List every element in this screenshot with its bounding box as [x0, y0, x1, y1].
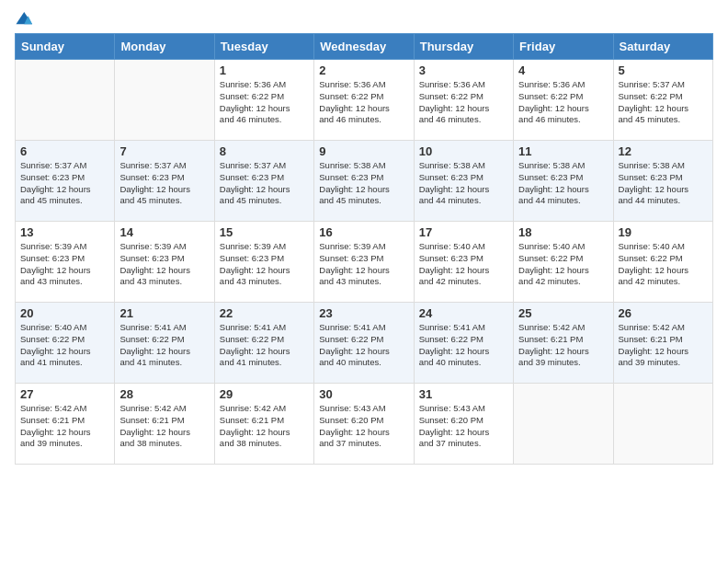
calendar-cell: 14Sunrise: 5:39 AM Sunset: 6:23 PM Dayli…: [115, 222, 214, 303]
day-info: Sunrise: 5:38 AM Sunset: 6:23 PM Dayligh…: [518, 160, 608, 207]
calendar-cell: 28Sunrise: 5:42 AM Sunset: 6:21 PM Dayli…: [115, 384, 214, 465]
calendar-week-row: 6Sunrise: 5:37 AM Sunset: 6:23 PM Daylig…: [16, 141, 713, 222]
calendar-cell: 20Sunrise: 5:40 AM Sunset: 6:22 PM Dayli…: [16, 303, 115, 384]
day-header-thursday: Thursday: [414, 34, 513, 60]
day-info: Sunrise: 5:41 AM Sunset: 6:22 PM Dayligh…: [119, 322, 209, 369]
calendar-cell: 4Sunrise: 5:36 AM Sunset: 6:22 PM Daylig…: [514, 60, 613, 141]
calendar-table: SundayMondayTuesdayWednesdayThursdayFrid…: [15, 33, 713, 465]
calendar-cell: 10Sunrise: 5:38 AM Sunset: 6:23 PM Dayli…: [414, 141, 513, 222]
day-number: 2: [319, 63, 408, 77]
day-number: 3: [419, 63, 508, 77]
day-info: Sunrise: 5:42 AM Sunset: 6:21 PM Dayligh…: [518, 322, 608, 369]
day-header-saturday: Saturday: [613, 34, 712, 60]
day-info: Sunrise: 5:40 AM Sunset: 6:22 PM Dayligh…: [619, 241, 708, 288]
logo: [15, 9, 39, 29]
day-info: Sunrise: 5:38 AM Sunset: 6:23 PM Dayligh…: [319, 160, 408, 207]
day-number: 12: [619, 144, 708, 158]
day-info: Sunrise: 5:41 AM Sunset: 6:22 PM Dayligh…: [319, 322, 408, 369]
day-number: 9: [319, 144, 408, 158]
day-info: Sunrise: 5:42 AM Sunset: 6:21 PM Dayligh…: [220, 403, 309, 450]
calendar-cell: 26Sunrise: 5:42 AM Sunset: 6:21 PM Dayli…: [613, 303, 712, 384]
day-header-wednesday: Wednesday: [314, 34, 414, 60]
day-number: 16: [319, 225, 408, 239]
calendar-cell: 24Sunrise: 5:41 AM Sunset: 6:22 PM Dayli…: [414, 303, 513, 384]
day-header-tuesday: Tuesday: [214, 34, 313, 60]
day-number: 21: [119, 306, 209, 320]
calendar-cell: 23Sunrise: 5:41 AM Sunset: 6:22 PM Dayli…: [314, 303, 414, 384]
calendar-cell: 21Sunrise: 5:41 AM Sunset: 6:22 PM Dayli…: [115, 303, 214, 384]
day-number: 30: [319, 387, 408, 401]
calendar-cell: 9Sunrise: 5:38 AM Sunset: 6:23 PM Daylig…: [314, 141, 414, 222]
day-number: 7: [119, 144, 209, 158]
calendar-cell: 25Sunrise: 5:42 AM Sunset: 6:21 PM Dayli…: [514, 303, 613, 384]
day-info: Sunrise: 5:37 AM Sunset: 6:23 PM Dayligh…: [220, 160, 309, 207]
calendar-cell: 17Sunrise: 5:40 AM Sunset: 6:23 PM Dayli…: [414, 222, 513, 303]
calendar-cell: 15Sunrise: 5:39 AM Sunset: 6:23 PM Dayli…: [214, 222, 313, 303]
calendar-cell: 12Sunrise: 5:38 AM Sunset: 6:23 PM Dayli…: [613, 141, 712, 222]
calendar-cell: [115, 60, 214, 141]
day-number: 18: [518, 225, 608, 239]
day-number: 28: [119, 387, 209, 401]
day-number: 23: [319, 306, 408, 320]
day-info: Sunrise: 5:36 AM Sunset: 6:22 PM Dayligh…: [319, 79, 408, 126]
day-info: Sunrise: 5:36 AM Sunset: 6:22 PM Dayligh…: [220, 79, 309, 126]
calendar-cell: 1Sunrise: 5:36 AM Sunset: 6:22 PM Daylig…: [214, 60, 313, 141]
day-info: Sunrise: 5:40 AM Sunset: 6:22 PM Dayligh…: [20, 322, 109, 369]
day-header-sunday: Sunday: [16, 34, 115, 60]
calendar-header-row: SundayMondayTuesdayWednesdayThursdayFrid…: [16, 34, 713, 60]
calendar-cell: 30Sunrise: 5:43 AM Sunset: 6:20 PM Dayli…: [314, 384, 414, 465]
day-info: Sunrise: 5:39 AM Sunset: 6:23 PM Dayligh…: [220, 241, 309, 288]
day-info: Sunrise: 5:37 AM Sunset: 6:23 PM Dayligh…: [119, 160, 209, 207]
calendar-cell: 6Sunrise: 5:37 AM Sunset: 6:23 PM Daylig…: [16, 141, 115, 222]
calendar-cell: [514, 384, 613, 465]
calendar-cell: 3Sunrise: 5:36 AM Sunset: 6:22 PM Daylig…: [414, 60, 513, 141]
calendar-cell: [613, 384, 712, 465]
day-number: 5: [619, 63, 708, 77]
day-info: Sunrise: 5:36 AM Sunset: 6:22 PM Dayligh…: [419, 79, 508, 126]
calendar-week-row: 1Sunrise: 5:36 AM Sunset: 6:22 PM Daylig…: [16, 60, 713, 141]
calendar-cell: 5Sunrise: 5:37 AM Sunset: 6:22 PM Daylig…: [613, 60, 712, 141]
calendar-cell: 31Sunrise: 5:43 AM Sunset: 6:20 PM Dayli…: [414, 384, 513, 465]
day-info: Sunrise: 5:40 AM Sunset: 6:23 PM Dayligh…: [419, 241, 508, 288]
day-info: Sunrise: 5:39 AM Sunset: 6:23 PM Dayligh…: [20, 241, 109, 288]
calendar-cell: 13Sunrise: 5:39 AM Sunset: 6:23 PM Dayli…: [16, 222, 115, 303]
calendar-cell: 7Sunrise: 5:37 AM Sunset: 6:23 PM Daylig…: [115, 141, 214, 222]
page-header: [15, 9, 713, 29]
day-info: Sunrise: 5:41 AM Sunset: 6:22 PM Dayligh…: [220, 322, 309, 369]
day-info: Sunrise: 5:43 AM Sunset: 6:20 PM Dayligh…: [319, 403, 408, 450]
day-info: Sunrise: 5:39 AM Sunset: 6:23 PM Dayligh…: [319, 241, 408, 288]
calendar-cell: 19Sunrise: 5:40 AM Sunset: 6:22 PM Dayli…: [613, 222, 712, 303]
logo-icon: [15, 9, 35, 29]
day-number: 24: [419, 306, 508, 320]
calendar-cell: 27Sunrise: 5:42 AM Sunset: 6:21 PM Dayli…: [16, 384, 115, 465]
calendar-cell: 18Sunrise: 5:40 AM Sunset: 6:22 PM Dayli…: [514, 222, 613, 303]
day-number: 31: [419, 387, 508, 401]
day-info: Sunrise: 5:42 AM Sunset: 6:21 PM Dayligh…: [119, 403, 209, 450]
day-info: Sunrise: 5:43 AM Sunset: 6:20 PM Dayligh…: [419, 403, 508, 450]
day-number: 20: [20, 306, 109, 320]
day-info: Sunrise: 5:37 AM Sunset: 6:23 PM Dayligh…: [20, 160, 109, 207]
day-header-monday: Monday: [115, 34, 214, 60]
day-number: 11: [518, 144, 608, 158]
day-info: Sunrise: 5:38 AM Sunset: 6:23 PM Dayligh…: [419, 160, 508, 207]
calendar-week-row: 20Sunrise: 5:40 AM Sunset: 6:22 PM Dayli…: [16, 303, 713, 384]
day-number: 22: [220, 306, 309, 320]
day-number: 27: [20, 387, 109, 401]
calendar-body: 1Sunrise: 5:36 AM Sunset: 6:22 PM Daylig…: [16, 60, 713, 465]
day-number: 4: [518, 63, 608, 77]
day-info: Sunrise: 5:41 AM Sunset: 6:22 PM Dayligh…: [419, 322, 508, 369]
day-info: Sunrise: 5:38 AM Sunset: 6:23 PM Dayligh…: [619, 160, 708, 207]
calendar-cell: [16, 60, 115, 141]
calendar-cell: 2Sunrise: 5:36 AM Sunset: 6:22 PM Daylig…: [314, 60, 414, 141]
day-number: 6: [20, 144, 109, 158]
day-number: 29: [220, 387, 309, 401]
calendar-week-row: 27Sunrise: 5:42 AM Sunset: 6:21 PM Dayli…: [16, 384, 713, 465]
day-number: 10: [419, 144, 508, 158]
calendar-cell: 16Sunrise: 5:39 AM Sunset: 6:23 PM Dayli…: [314, 222, 414, 303]
day-number: 19: [619, 225, 708, 239]
day-info: Sunrise: 5:37 AM Sunset: 6:22 PM Dayligh…: [619, 79, 708, 126]
calendar-cell: 22Sunrise: 5:41 AM Sunset: 6:22 PM Dayli…: [214, 303, 313, 384]
calendar-cell: 8Sunrise: 5:37 AM Sunset: 6:23 PM Daylig…: [214, 141, 313, 222]
day-number: 25: [518, 306, 608, 320]
day-number: 13: [20, 225, 109, 239]
